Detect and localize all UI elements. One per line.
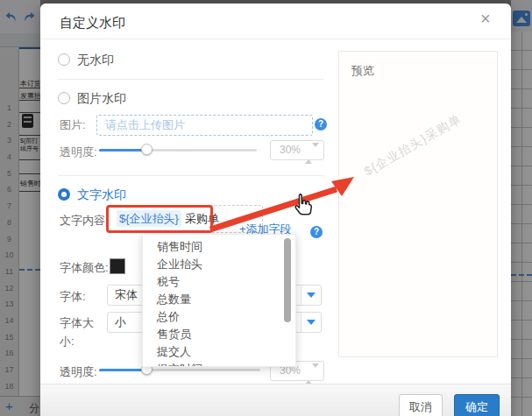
radio-text-watermark-label[interactable]: 文字水印 <box>77 187 126 203</box>
font-label: 字体: <box>60 289 86 305</box>
help-icon[interactable]: ? <box>310 226 323 238</box>
preview-label: 预览 <box>351 63 374 79</box>
text-opacity-label: 透明度: <box>60 364 97 380</box>
radio-image-watermark-label[interactable]: 图片水印 <box>77 91 126 107</box>
dropdown-item[interactable]: 提交人 <box>143 343 295 361</box>
radio-no-watermark[interactable] <box>58 53 70 66</box>
font-select-value: 宋体 <box>115 288 138 301</box>
dropdown-item[interactable]: 总数量 <box>143 291 295 308</box>
radio-no-watermark-label[interactable]: 无水印 <box>77 53 114 68</box>
cancel-button[interactable]: 取消 <box>399 394 443 416</box>
dialog-title: 自定义水印 <box>60 15 125 32</box>
dropdown-item[interactable]: 税号 <box>143 273 295 291</box>
image-label: 图片: <box>60 117 86 133</box>
dropdown-item[interactable]: 售货员 <box>143 326 295 343</box>
preview-panel: 预览 ${企业抬头}采购单 <box>338 51 498 357</box>
font-size-select-value: 小 <box>115 315 126 328</box>
field-chip: ${企业抬头} <box>117 210 181 227</box>
field-dropdown: 销售时间企业抬头税号总数量总价售货员提交人提交时间 <box>142 234 296 367</box>
dropdown-item[interactable]: 提交时间 <box>143 361 295 367</box>
font-size-label: 字体大小: <box>60 314 103 350</box>
text-content-label: 文字内容: <box>60 213 109 229</box>
dropdown-item[interactable]: 企业抬头 <box>143 256 295 273</box>
watermark-preview-text: ${企业抬头}采购单 <box>362 101 484 180</box>
content-suffix: 采购单 <box>185 212 219 225</box>
confirm-button[interactable]: 确定 <box>454 394 500 416</box>
image-opacity-value-text: 30% <box>280 144 301 156</box>
upload-image-input[interactable]: 请点击上传图片 <box>96 115 313 136</box>
screenshot-root: 1234567891011121314151617181920 本订货 发票抬 … <box>0 0 532 416</box>
image-opacity-slider-fill <box>99 149 147 152</box>
chevron-down-icon[interactable] <box>301 286 321 305</box>
help-icon[interactable]: ? <box>315 118 327 130</box>
font-color-swatch[interactable] <box>110 258 125 274</box>
image-opacity-label: 透明度: <box>60 145 97 160</box>
text-opacity-slider-fill <box>99 369 147 371</box>
chevron-down-icon[interactable] <box>301 313 321 332</box>
dropdown-item[interactable]: 销售时间 <box>143 238 295 256</box>
image-opacity-slider-handle[interactable] <box>141 144 153 155</box>
dropdown-scrollbar[interactable] <box>284 238 291 322</box>
spinner-arrows-icon[interactable] <box>305 145 319 163</box>
dropdown-item[interactable]: 总价 <box>143 308 295 326</box>
font-color-label: 字体颜色: <box>60 260 109 276</box>
radio-image-watermark[interactable] <box>58 92 70 104</box>
spinner-arrows-icon[interactable] <box>305 365 319 384</box>
radio-text-watermark[interactable] <box>58 188 70 201</box>
close-icon[interactable]: × <box>480 10 491 27</box>
custom-watermark-dialog: 自定义水印 × 无水印 图片水印 图片: 请点击上传图片 ? 透明度: 30% … <box>40 4 511 416</box>
image-opacity-value[interactable]: 30% <box>270 140 324 160</box>
